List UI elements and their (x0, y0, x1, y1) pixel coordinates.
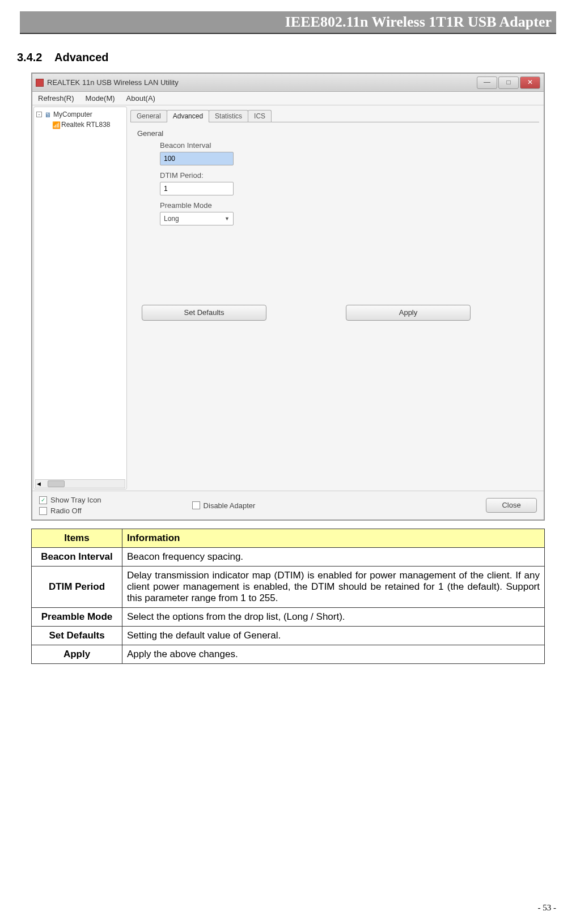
beacon-interval-label: Beacon Interval (160, 141, 532, 150)
section-name: Advanced (54, 51, 109, 63)
app-window: REALTEK 11n USB Wireless LAN Utility — □… (31, 73, 545, 521)
table-row: Apply Apply the above changes. (32, 645, 545, 664)
items-information-table: Items Information Beacon Interval Beacon… (31, 529, 545, 664)
preamble-mode-row: Preamble Mode Long ▼ (160, 201, 532, 225)
device-icon: 📶 (52, 121, 59, 128)
tree-child[interactable]: 📶 Realtek RTL838 (52, 120, 124, 130)
show-tray-row[interactable]: ✓ Show Tray Icon (39, 496, 101, 504)
disable-adapter-checkbox[interactable] (192, 501, 200, 509)
device-tree: - 🖥 MyComputer 📶 Realtek RTL838 (34, 107, 126, 132)
close-app-button[interactable]: Close (486, 498, 537, 513)
titlebar: REALTEK 11n USB Wireless LAN Utility — □… (32, 74, 544, 92)
table-item: Apply (32, 645, 122, 664)
computer-icon: 🖥 (44, 111, 51, 118)
document-header: IEEE802.11n Wireless 1T1R USB Adapter (20, 11, 556, 34)
bottom-left-options: ✓ Show Tray Icon Radio Off (39, 496, 101, 515)
app-icon (36, 79, 44, 87)
tree-root-label: MyComputer (53, 110, 92, 118)
maximize-button[interactable]: □ (498, 76, 519, 89)
tree-child-label: Realtek RTL838 (61, 121, 111, 129)
scroll-left-icon[interactable]: ◀ (37, 481, 41, 487)
dropdown-arrow-icon: ▼ (225, 216, 230, 222)
form-group-heading: General (137, 129, 532, 138)
menu-refresh[interactable]: Refresh(R) (38, 94, 74, 103)
set-defaults-button[interactable]: Set Defaults (142, 305, 266, 321)
dtim-period-input[interactable] (160, 182, 234, 195)
section-number: 3.4.2 (17, 51, 42, 63)
table-header-information: Information (122, 529, 545, 548)
tree-root[interactable]: - 🖥 MyComputer (36, 109, 124, 120)
window-title-text: REALTEK 11n USB Wireless LAN Utility (47, 78, 179, 87)
table-row: Beacon Interval Beacon frequency spacing… (32, 548, 545, 567)
main-panel: General Advanced Statistics ICS General … (128, 105, 544, 491)
bottom-bar: ✓ Show Tray Icon Radio Off Disable Adapt… (32, 491, 544, 520)
close-button[interactable]: ✕ (520, 76, 540, 89)
table-item: Set Defaults (32, 627, 122, 645)
menu-mode[interactable]: Mode(M) (86, 94, 115, 103)
section-heading: 3.4.2 Advanced (17, 51, 556, 64)
page-number: - 53 - (538, 903, 557, 913)
disable-adapter-label: Disable Adapter (204, 501, 256, 510)
sidebar-scrollbar[interactable]: ◀ (35, 479, 125, 488)
disable-adapter-row[interactable]: Disable Adapter (192, 501, 256, 510)
window-controls: — □ ✕ (477, 76, 540, 89)
show-tray-label: Show Tray Icon (50, 496, 101, 504)
menubar: Refresh(R) Mode(M) About(A) (32, 92, 544, 105)
tab-statistics[interactable]: Statistics (209, 110, 248, 122)
apply-button[interactable]: Apply (346, 305, 471, 321)
dtim-period-label: DTIM Period: (160, 171, 532, 180)
table-item: Beacon Interval (32, 548, 122, 567)
table-info: Apply the above changes. (122, 645, 545, 664)
tabs: General Advanced Statistics ICS (130, 108, 539, 122)
tab-content: General Beacon Interval DTIM Period: Pre… (130, 122, 539, 327)
device-tree-sidebar: - 🖥 MyComputer 📶 Realtek RTL838 ◀ (33, 107, 127, 489)
radio-off-row[interactable]: Radio Off (39, 506, 101, 515)
radio-off-label: Radio Off (50, 506, 82, 515)
tree-expand-icon[interactable]: - (36, 112, 42, 117)
table-row: Set Defaults Setting the default value o… (32, 627, 545, 645)
table-row: Preamble Mode Select the options from th… (32, 608, 545, 627)
table-info: Beacon frequency spacing. (122, 548, 545, 567)
radio-off-checkbox[interactable] (39, 507, 47, 515)
table-row: DTIM Period Delay transmission indicator… (32, 567, 545, 608)
show-tray-checkbox[interactable]: ✓ (39, 496, 47, 504)
table-item: DTIM Period (32, 567, 122, 608)
table-info: Delay transmission indicator map (DTIM) … (122, 567, 545, 608)
dtim-period-row: DTIM Period: (160, 171, 532, 195)
button-row: Set Defaults Apply (142, 305, 532, 321)
minimize-button[interactable]: — (477, 76, 497, 89)
beacon-interval-row: Beacon Interval (160, 141, 532, 165)
table-item: Preamble Mode (32, 608, 122, 627)
preamble-mode-value: Long (164, 215, 179, 223)
beacon-interval-input[interactable] (160, 152, 234, 165)
preamble-mode-label: Preamble Mode (160, 201, 532, 210)
table-header-items: Items (32, 529, 122, 548)
table-info: Setting the default value of General. (122, 627, 545, 645)
preamble-mode-select[interactable]: Long ▼ (160, 212, 234, 225)
menu-about[interactable]: About(A) (126, 94, 155, 103)
tab-ics[interactable]: ICS (248, 110, 272, 122)
table-info: Select the options from the drop list, (… (122, 608, 545, 627)
scroll-thumb[interactable] (48, 480, 65, 487)
tab-advanced[interactable]: Advanced (167, 110, 209, 122)
window-title: REALTEK 11n USB Wireless LAN Utility (36, 78, 179, 87)
content-area: - 🖥 MyComputer 📶 Realtek RTL838 ◀ Genera… (32, 105, 544, 491)
tab-general[interactable]: General (130, 110, 167, 122)
